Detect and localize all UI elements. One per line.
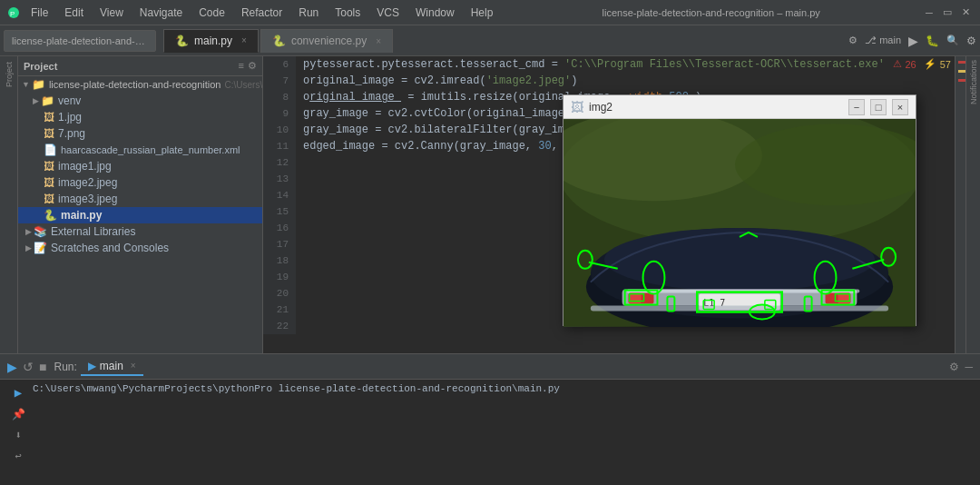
file-icon: 🖼 <box>44 111 54 124</box>
menu-vcs[interactable]: VCS <box>369 5 407 21</box>
right-side-panel: Notifications <box>965 56 980 353</box>
menu-edit[interactable]: Edit <box>57 5 91 21</box>
line-num-19: 19 <box>263 269 296 285</box>
file-icon4: 🖼 <box>44 176 54 189</box>
settings-icon[interactable]: ⚙ <box>966 35 976 47</box>
file-mainpy: main.py <box>61 209 102 222</box>
menu-view[interactable]: View <box>93 5 131 21</box>
tree-item-image1[interactable]: 🖼 image1.jpg <box>18 158 262 174</box>
app-icon: P <box>7 6 20 19</box>
minimize-button[interactable]: ─ <box>922 5 936 20</box>
svg-rect-12 <box>629 293 642 304</box>
run-label: Run: <box>54 361 76 373</box>
line-num-9: 9 <box>263 105 296 122</box>
toolbar-settings-icon[interactable]: ⚙ <box>848 35 858 46</box>
line-num-17: 17 <box>263 236 296 252</box>
run-tab-close[interactable]: × <box>131 361 136 371</box>
run-collapse-icon[interactable]: ─ <box>965 361 973 373</box>
notifications-label[interactable]: Notifications <box>969 60 978 104</box>
file-image2: image2.jpeg <box>58 176 117 189</box>
img2-restore-btn[interactable]: □ <box>870 99 887 115</box>
line-num-7: 7 <box>263 73 296 89</box>
run-play-icon[interactable]: ▶ <box>7 360 17 374</box>
line-num-22: 22 <box>263 318 296 334</box>
img2-close-btn[interactable]: × <box>892 99 908 115</box>
run-pin-icon[interactable]: 📌 <box>12 408 25 421</box>
window-controls: ─ ▭ ✕ <box>922 5 973 20</box>
venv-arrow: ▶ <box>33 96 39 105</box>
run-panel-icons: ⚙ ─ <box>949 361 973 373</box>
search-icon[interactable]: 🔍 <box>946 35 959 46</box>
sidebar-icon2[interactable]: ⚙ <box>248 60 257 72</box>
branch-indicator[interactable]: ⎇ main <box>865 35 901 46</box>
file-icon3: 🖼 <box>44 160 54 173</box>
run-output-line1: C:\Users\mwang\PycharmProjects\pythonPro… <box>33 383 973 394</box>
code-num11a: 30 <box>538 140 551 153</box>
error-icon: ⚡ <box>924 58 936 70</box>
left-panel-strip: Project <box>0 56 18 353</box>
menu-code[interactable]: Code <box>191 5 232 21</box>
code-text: pytesseract.pytesseract.tesseract_cmd = <box>303 58 564 71</box>
restore-button[interactable]: ▭ <box>940 5 955 20</box>
line-num-13: 13 <box>263 171 296 187</box>
run-left-icons: ▶ ↺ ■ <box>7 360 46 374</box>
py-icon2: 🐍 <box>272 35 286 47</box>
tab-main-close[interactable]: × <box>241 35 247 45</box>
debug-icon[interactable]: 🐛 <box>926 35 939 47</box>
project-tab-label: license-plate-detection-and-recognition <box>12 35 148 46</box>
venv-label: venv <box>58 94 81 107</box>
project-tab[interactable]: license-plate-detection-and-recognition <box>4 30 156 52</box>
tree-item-mainpy[interactable]: 🐍 main.py <box>18 207 262 223</box>
sidebar-icon1[interactable]: ≡ <box>239 60 244 72</box>
file-icon5: 🖼 <box>44 193 54 205</box>
run-filter-icon[interactable]: ⬇ <box>15 429 21 442</box>
svg-point-8 <box>604 228 875 292</box>
file-icon2: 🖼 <box>44 127 54 140</box>
editor-area: 6 pytesseract.pytesseract.tesseract_cmd … <box>263 56 965 353</box>
run-text-output: C:\Users\mwang\PycharmProjects\pythonPro… <box>33 383 973 394</box>
titlebar: P File Edit View Navigate Code Refactor … <box>0 0 980 25</box>
tab-main-py[interactable]: 🐍 main.py × <box>163 29 259 53</box>
project-strip-label[interactable]: Project <box>5 62 14 87</box>
img2-image-content: L1 7 <box>564 119 916 327</box>
tab-convenience-py[interactable]: 🐍 convenience.py × <box>260 29 393 53</box>
xml-icon: 📄 <box>44 144 57 156</box>
img2-titlebar[interactable]: 🖼 img2 − □ × <box>564 95 916 119</box>
line-num-10: 10 <box>263 122 296 138</box>
img2-window-icon: 🖼 <box>571 100 583 114</box>
tree-item-1jpg[interactable]: 🖼 1.jpg <box>18 109 262 125</box>
tab-convenience-close[interactable]: × <box>376 36 381 46</box>
tree-item-xml[interactable]: 📄 haarcascade_russian_plate_number.xml <box>18 142 262 158</box>
run-wrap-icon[interactable]: ↩ <box>15 450 21 463</box>
menu-navigate[interactable]: Navigate <box>132 5 190 21</box>
venv-folder-icon: 📁 <box>41 94 54 107</box>
run-stop-icon[interactable]: ■ <box>39 360 46 374</box>
menu-window[interactable]: Window <box>408 5 462 21</box>
menu-refactor[interactable]: Refactor <box>234 5 289 21</box>
run-output: ▶ 📌 ⬇ ↩ C:\Users\mwang\PycharmProjects\p… <box>0 380 980 485</box>
tree-item-scratches[interactable]: ▶ 📝 Scratches and Consoles <box>18 240 262 256</box>
run-up-icon[interactable]: ▶ <box>15 385 22 401</box>
tree-item-venv[interactable]: ▶ 📁 venv <box>18 93 262 109</box>
run-panel: ▶ ↺ ■ Run: ▶ main × ⚙ ─ ▶ 📌 ⬇ ↩ C:\Users… <box>0 353 980 485</box>
img2-minimize-btn[interactable]: − <box>848 99 865 115</box>
menu-run[interactable]: Run <box>291 5 326 21</box>
run-rerun-icon[interactable]: ↺ <box>23 360 34 374</box>
content-area: Project Project ≡ ⚙ ▼ 📁 license-plate-de… <box>0 56 980 353</box>
car-image: L1 7 <box>564 119 916 327</box>
tab-main-label: main.py <box>194 35 232 47</box>
line-num-20: 20 <box>263 285 296 302</box>
tree-item-ext-libs[interactable]: ▶ 📚 External Libraries <box>18 223 262 240</box>
menu-file[interactable]: File <box>24 5 55 21</box>
menu-tools[interactable]: Tools <box>328 5 368 21</box>
tree-item-image2[interactable]: 🖼 image2.jpeg <box>18 174 262 191</box>
code-str7: 'image2.jpeg' <box>486 74 572 87</box>
tree-item-7png[interactable]: 🖼 7.png <box>18 125 262 142</box>
tree-item-image3[interactable]: 🖼 image3.jpeg <box>18 191 262 207</box>
menu-help[interactable]: Help <box>464 5 501 21</box>
tree-root[interactable]: ▼ 📁 license-plate-detection-and-recognit… <box>18 76 262 93</box>
run-tab-main[interactable]: ▶ main × <box>81 358 143 376</box>
run-settings-icon[interactable]: ⚙ <box>949 361 959 373</box>
run-button[interactable]: ▶ <box>908 34 918 48</box>
close-button[interactable]: ✕ <box>958 5 973 20</box>
